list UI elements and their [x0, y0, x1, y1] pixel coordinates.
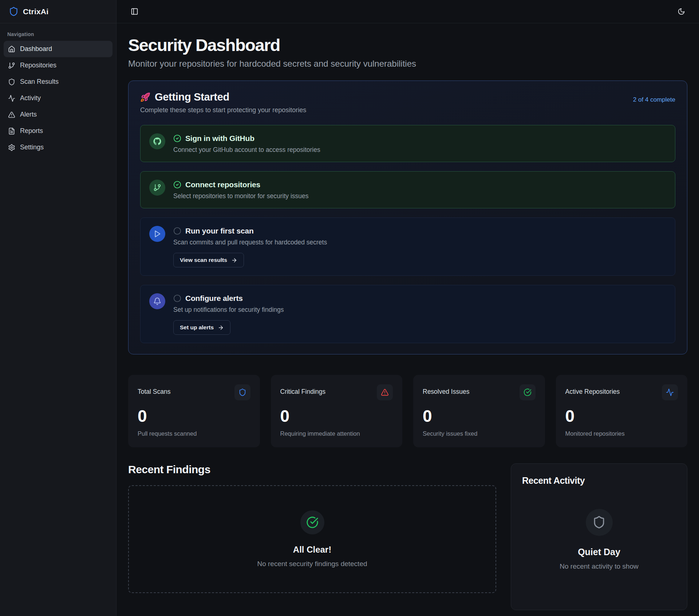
brand: CtrixAi [0, 0, 116, 23]
step-description: Select repositories to monitor for secur… [173, 192, 309, 200]
getting-started-card: Getting Started Complete these steps to … [128, 81, 687, 354]
github-icon [149, 133, 165, 149]
stat-label: Critical Findings [280, 384, 325, 396]
stat-sublabel: Requiring immediate attention [280, 430, 393, 437]
alert-triangle-icon [8, 111, 15, 118]
play-icon [149, 226, 165, 242]
findings-empty-state: All Clear! No recent security findings d… [128, 485, 496, 593]
sidebar-item-repositories[interactable]: Repositories [4, 57, 112, 74]
activity-icon [8, 95, 15, 102]
sidebar-item-label: Alerts [20, 111, 37, 118]
sidebar-item-scan-results[interactable]: Scan Results [4, 74, 112, 90]
stat-value: 0 [565, 406, 678, 426]
shield-icon [234, 384, 250, 400]
stat-card-critical-findings: Critical Findings 0 Requiring immediate … [271, 375, 403, 447]
rocket-icon [140, 92, 150, 102]
file-text-icon [8, 127, 15, 135]
sidebar-item-settings[interactable]: Settings [4, 139, 112, 156]
stat-label: Total Scans [138, 384, 170, 396]
activity-icon [662, 384, 678, 400]
arrow-right-icon [231, 257, 237, 263]
step-title: Run your first scan [185, 227, 254, 235]
sidebar-item-label: Activity [20, 94, 41, 102]
getting-started-subtitle: Complete these steps to start protecting… [140, 106, 306, 114]
stat-sublabel: Pull requests scanned [138, 430, 250, 437]
stat-card-resolved-issues: Resolved Issues 0 Security issues fixed [413, 375, 545, 447]
sidebar-item-label: Scan Results [20, 78, 59, 86]
arrow-right-icon [218, 325, 224, 331]
progress-label: 2 of 4 complete [633, 91, 675, 103]
sidebar: CtrixAi Navigation Dashboard Repositorie… [0, 0, 116, 616]
step-run-first-scan: Run your first scan Scan commits and pul… [140, 217, 675, 276]
shield-icon [8, 78, 15, 86]
panel-left-icon [131, 8, 138, 15]
activity-empty-title: Quiet Day [578, 547, 620, 557]
sidebar-toggle-button[interactable] [128, 5, 141, 18]
topbar [116, 0, 699, 23]
step-configure-alerts: Configure alerts Set up notifications fo… [140, 285, 675, 343]
stat-card-active-repositories: Active Repositories 0 Monitored reposito… [556, 375, 688, 447]
check-circle-icon [173, 134, 181, 142]
step-description: Connect your GitHub account to access re… [173, 146, 320, 154]
recent-activity-card: Recent Activity Quiet Day No recent acti… [511, 463, 687, 610]
stat-sublabel: Monitored repositories [565, 430, 678, 437]
stat-label: Resolved Issues [423, 384, 469, 396]
empty-circle-icon [173, 227, 181, 235]
step-sign-in-github: Sign in with GitHub Connect your GitHub … [140, 125, 675, 162]
alert-triangle-icon [377, 384, 393, 400]
stat-sublabel: Security issues fixed [423, 430, 536, 437]
shield-icon [586, 509, 613, 536]
bottom-row: Recent Findings All Clear! No recent sec… [128, 463, 687, 610]
set-up-alerts-button[interactable]: Set up alerts [173, 320, 230, 335]
page-subtitle: Monitor your repositories for hardcoded … [128, 59, 687, 69]
git-branch-icon [8, 62, 15, 69]
steps-list: Sign in with GitHub Connect your GitHub … [140, 125, 675, 343]
stat-label: Active Repositories [565, 384, 620, 396]
sidebar-item-label: Settings [20, 144, 44, 151]
step-description: Set up notifications for security findin… [173, 306, 284, 314]
sidebar-item-dashboard[interactable]: Dashboard [4, 41, 112, 57]
stat-value: 0 [423, 406, 536, 426]
stat-value: 0 [138, 406, 250, 426]
button-label: View scan results [180, 257, 227, 263]
sidebar-item-activity[interactable]: Activity [4, 90, 112, 106]
recent-activity-heading: Recent Activity [522, 475, 676, 486]
sidebar-item-label: Dashboard [20, 45, 52, 53]
shield-logo-icon [9, 7, 19, 16]
moon-icon [678, 8, 685, 15]
step-description: Scan commits and pull requests for hardc… [173, 239, 327, 246]
step-connect-repositories: Connect repositories Select repositories… [140, 171, 675, 208]
empty-circle-icon [173, 294, 181, 302]
stat-value: 0 [280, 406, 393, 426]
sidebar-nav: Navigation Dashboard Repositories Scan R… [0, 23, 116, 161]
gear-icon [8, 144, 15, 151]
check-circle-icon [173, 181, 181, 189]
getting-started-title: Getting Started [155, 91, 229, 103]
recent-findings-section: Recent Findings All Clear! No recent sec… [128, 463, 496, 610]
step-title: Configure alerts [185, 294, 243, 303]
view-scan-results-button[interactable]: View scan results [173, 253, 244, 267]
sidebar-item-alerts[interactable]: Alerts [4, 106, 112, 123]
sidebar-item-label: Reports [20, 127, 43, 135]
sidebar-item-label: Repositories [20, 62, 56, 69]
main-content: Security Dashboard Monitor your reposito… [116, 23, 699, 616]
button-label: Set up alerts [180, 324, 214, 331]
check-circle-icon [300, 510, 324, 534]
findings-empty-title: All Clear! [293, 545, 331, 555]
activity-empty-subtitle: No recent activity to show [560, 562, 638, 570]
nav-section-label: Navigation [4, 28, 112, 41]
theme-toggle-button[interactable] [675, 5, 687, 18]
app-window: CtrixAi Navigation Dashboard Repositorie… [0, 0, 699, 616]
findings-empty-subtitle: No recent security findings detected [257, 560, 367, 568]
git-branch-icon [149, 180, 165, 196]
stat-card-total-scans: Total Scans 0 Pull requests scanned [128, 375, 260, 447]
stats-row: Total Scans 0 Pull requests scanned Crit… [128, 375, 687, 447]
bell-icon [149, 293, 165, 309]
content-column: Security Dashboard Monitor your reposito… [116, 0, 699, 616]
sidebar-item-reports[interactable]: Reports [4, 123, 112, 139]
page-title: Security Dashboard [128, 35, 687, 55]
check-circle-icon [520, 384, 536, 400]
home-icon [8, 46, 15, 53]
brand-name: CtrixAi [23, 7, 48, 16]
step-title: Sign in with GitHub [185, 134, 254, 143]
